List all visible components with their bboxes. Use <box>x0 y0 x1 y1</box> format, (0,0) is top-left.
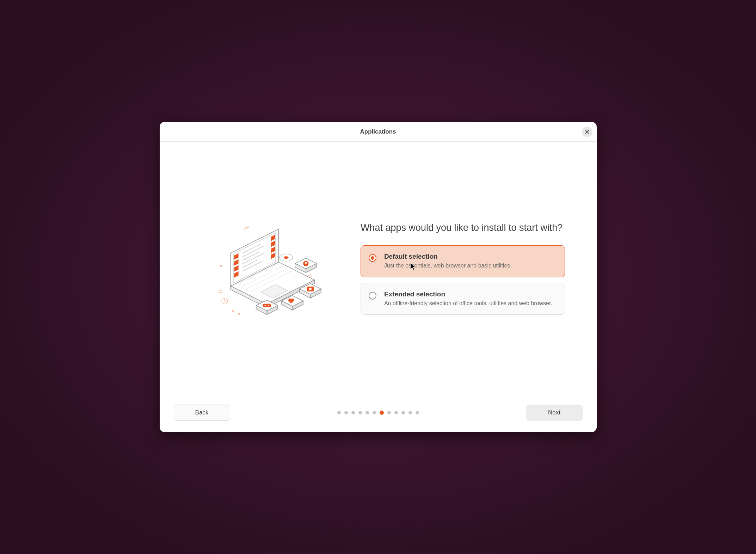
progress-dot <box>408 411 412 414</box>
radio-unselected-icon <box>369 292 376 300</box>
progress-dot <box>416 411 419 414</box>
progress-dot <box>394 411 398 414</box>
content-area: </> <box>160 142 597 400</box>
progress-dot <box>358 411 362 414</box>
installer-window: Applications <box>160 122 597 432</box>
option-text: Extended selection An offline-friendly s… <box>384 290 557 307</box>
option-text: Default selection Just the essentials, w… <box>384 253 557 270</box>
laptop-apps-illustration: </> <box>204 217 324 325</box>
svg-point-17 <box>284 256 289 259</box>
option-description: Just the essentials, web browser and bas… <box>384 262 557 270</box>
option-title: Extended selection <box>384 290 557 298</box>
next-button[interactable]: Next <box>526 405 583 421</box>
footer: Back Next <box>160 400 597 432</box>
close-button[interactable] <box>582 127 592 137</box>
progress-dot <box>373 411 376 414</box>
back-button[interactable]: Back <box>174 405 230 421</box>
svg-point-27 <box>309 288 312 290</box>
svg-point-36 <box>268 305 269 306</box>
close-icon <box>585 129 590 134</box>
option-extended-selection[interactable]: Extended selection An offline-friendly s… <box>361 283 565 315</box>
progress-dots <box>337 411 419 415</box>
svg-rect-34 <box>263 304 271 307</box>
svg-point-35 <box>264 305 265 306</box>
svg-text:</>: </> <box>244 224 249 231</box>
svg-point-22 <box>305 262 307 264</box>
window-title: Applications <box>360 128 396 135</box>
progress-dot <box>337 411 341 414</box>
option-description: An offline-friendly selection of office … <box>384 300 557 307</box>
illustration: </> <box>181 217 346 325</box>
progress-dot <box>387 411 391 414</box>
form-area: What apps would you like to install to s… <box>361 222 565 320</box>
progress-dot <box>344 411 348 414</box>
titlebar: Applications <box>160 122 597 142</box>
radio-selected-icon <box>369 254 376 262</box>
option-title: Default selection <box>384 253 557 260</box>
progress-dot <box>365 411 369 414</box>
option-default-selection[interactable]: Default selection Just the essentials, w… <box>361 245 565 277</box>
progress-dot <box>380 411 384 415</box>
progress-dot <box>351 411 355 414</box>
progress-dot <box>401 411 405 414</box>
question-heading: What apps would you like to install to s… <box>361 222 565 234</box>
